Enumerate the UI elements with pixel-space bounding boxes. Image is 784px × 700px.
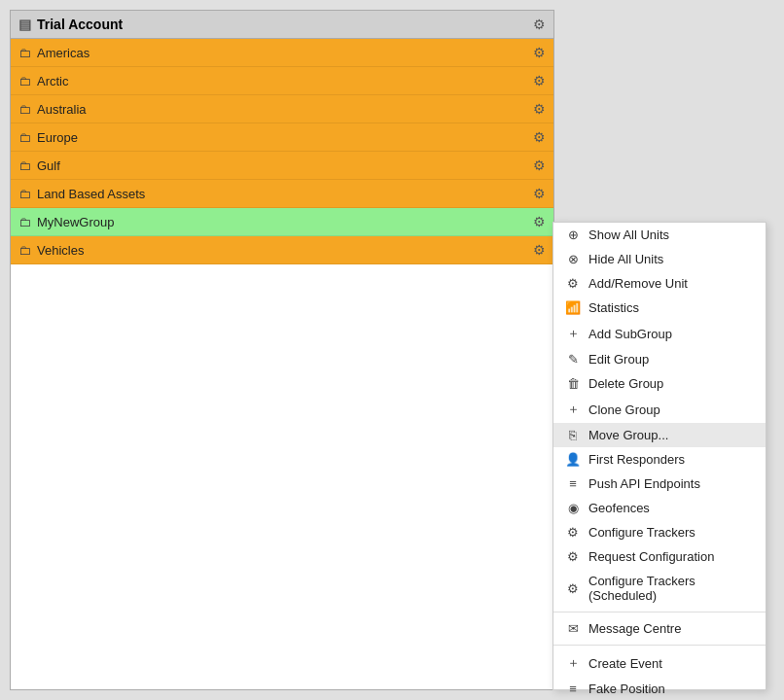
folder-icon: 🗀 (18, 158, 31, 173)
group-gear-icon[interactable]: ⚙ (533, 101, 546, 117)
menu-item-configure-trackers[interactable]: ⚙Configure Trackers (553, 520, 766, 544)
folder-icon: 🗀 (18, 130, 31, 145)
message-centre-icon: ✉ (565, 621, 581, 636)
group-item-left: 🗀Gulf (18, 158, 60, 173)
show-all-units-icon: ⊕ (565, 228, 581, 242)
group-name: Europe (37, 130, 78, 145)
group-item-left: 🗀Americas (18, 46, 89, 60)
geofences-label: Geofences (588, 501, 650, 515)
group-name: Australia (37, 102, 87, 117)
menu-item-request-configuration[interactable]: ⚙Request Configuration (553, 544, 766, 569)
group-name: Gulf (37, 158, 60, 173)
group-gear-icon[interactable]: ⚙ (533, 73, 546, 88)
menu-item-clone-group[interactable]: ＋Clone Group (553, 396, 766, 423)
group-item-left: 🗀Land Based Assets (18, 187, 145, 201)
group-item[interactable]: 🗀Land Based Assets⚙ (11, 180, 553, 208)
menu-item-message-centre[interactable]: ✉Message Centre (553, 616, 766, 641)
menu-item-hide-all-units[interactable]: ⊗Hide All Units (553, 247, 766, 271)
move-group-label: Move Group... (588, 428, 668, 442)
configure-trackers-scheduled-icon: ⚙ (565, 581, 581, 596)
create-event-label: Create Event (588, 656, 662, 671)
menu-item-push-api-endpoints[interactable]: ≡Push API Endpoints (553, 472, 766, 496)
create-event-icon: ＋ (565, 654, 581, 672)
group-gear-icon[interactable]: ⚙ (533, 242, 546, 258)
statistics-label: Statistics (588, 300, 639, 315)
folder-icon: 🗀 (18, 74, 31, 88)
geofences-icon: ◉ (565, 501, 581, 515)
group-name: MyNewGroup (37, 215, 114, 229)
panel-header-left: ▤ Trial Account (18, 17, 123, 32)
first-responders-label: First Responders (588, 452, 685, 467)
group-name: Vehicles (37, 243, 84, 258)
group-item-left: 🗀Europe (18, 130, 78, 145)
panel-title: Trial Account (37, 17, 123, 32)
request-configuration-label: Request Configuration (588, 549, 714, 564)
group-gear-icon[interactable]: ⚙ (533, 45, 546, 60)
context-menu: ⊕Show All Units⊗Hide All Units⚙Add/Remov… (552, 222, 766, 690)
group-gear-icon[interactable]: ⚙ (533, 129, 546, 145)
group-gear-icon[interactable]: ⚙ (533, 214, 546, 229)
group-item-left: 🗀Arctic (18, 74, 69, 88)
menu-item-geofences[interactable]: ◉Geofences (553, 496, 766, 520)
panel-gear-icon[interactable]: ⚙ (533, 17, 546, 32)
configure-trackers-scheduled-label: Configure Trackers (Scheduled) (588, 574, 754, 603)
group-item[interactable]: 🗀Europe⚙ (11, 123, 553, 152)
group-item-left: 🗀MyNewGroup (18, 215, 114, 229)
folder-icon: 🗀 (18, 187, 31, 201)
group-name: Land Based Assets (37, 187, 145, 201)
menu-item-create-event[interactable]: ＋Create Event (553, 649, 766, 677)
group-gear-icon[interactable]: ⚙ (533, 158, 546, 173)
menu-item-add-remove-unit[interactable]: ⚙Add/Remove Unit (553, 271, 766, 296)
fake-position-label: Fake Position (588, 682, 665, 696)
push-api-endpoints-label: Push API Endpoints (588, 476, 700, 491)
group-name: Americas (37, 46, 89, 60)
hide-all-units-label: Hide All Units (588, 252, 663, 266)
group-item[interactable]: 🗀Gulf⚙ (11, 152, 553, 180)
request-configuration-icon: ⚙ (565, 549, 581, 564)
menu-item-first-responders[interactable]: 👤First Responders (553, 447, 766, 472)
group-item-left: 🗀Vehicles (18, 243, 84, 258)
add-subgroup-label: Add SubGroup (588, 327, 672, 341)
push-api-endpoints-icon: ≡ (565, 476, 581, 491)
delete-group-label: Delete Group (588, 376, 663, 391)
group-name: Arctic (37, 74, 69, 88)
header-folder-icon: ▤ (18, 17, 31, 32)
first-responders-icon: 👤 (565, 452, 581, 467)
group-item-left: 🗀Australia (18, 102, 87, 117)
add-remove-unit-icon: ⚙ (565, 276, 581, 291)
group-item[interactable]: 🗀Australia⚙ (11, 95, 553, 123)
menu-item-fake-position[interactable]: ≡Fake Position (553, 677, 766, 700)
menu-item-show-all-units[interactable]: ⊕Show All Units (553, 223, 766, 247)
group-gear-icon[interactable]: ⚙ (533, 186, 546, 201)
folder-icon: 🗀 (18, 46, 31, 60)
configure-trackers-icon: ⚙ (565, 525, 581, 540)
menu-divider (553, 645, 766, 646)
menu-item-delete-group[interactable]: 🗑Delete Group (553, 371, 766, 396)
statistics-icon: 📶 (565, 300, 581, 315)
edit-group-icon: ✎ (565, 352, 581, 367)
clone-group-label: Clone Group (588, 402, 660, 417)
group-item[interactable]: 🗀Americas⚙ (11, 39, 553, 67)
edit-group-label: Edit Group (588, 352, 649, 367)
menu-item-add-subgroup[interactable]: ＋Add SubGroup (553, 320, 766, 347)
group-item[interactable]: 🗀Arctic⚙ (11, 67, 553, 95)
panel-header: ▤ Trial Account ⚙ (11, 11, 553, 39)
folder-icon: 🗀 (18, 102, 31, 117)
menu-divider (553, 612, 766, 612)
show-all-units-label: Show All Units (588, 228, 669, 242)
menu-item-configure-trackers-scheduled[interactable]: ⚙Configure Trackers (Scheduled) (553, 569, 766, 608)
menu-items-container: ⊕Show All Units⊗Hide All Units⚙Add/Remov… (553, 223, 766, 700)
fake-position-icon: ≡ (565, 682, 581, 696)
move-group-icon: ⎘ (565, 428, 581, 442)
groups-list: 🗀Americas⚙🗀Arctic⚙🗀Australia⚙🗀Europe⚙🗀Gu… (11, 39, 553, 264)
add-remove-unit-label: Add/Remove Unit (588, 276, 688, 291)
menu-item-edit-group[interactable]: ✎Edit Group (553, 347, 766, 371)
menu-item-move-group[interactable]: ⎘Move Group... (553, 423, 766, 447)
message-centre-label: Message Centre (588, 621, 681, 636)
configure-trackers-label: Configure Trackers (588, 525, 695, 540)
group-item[interactable]: 🗀MyNewGroup⚙ (11, 208, 553, 236)
menu-item-statistics[interactable]: 📶Statistics (553, 296, 766, 320)
group-item[interactable]: 🗀Vehicles⚙ (11, 236, 553, 264)
add-subgroup-icon: ＋ (565, 325, 581, 342)
folder-icon: 🗀 (18, 243, 31, 258)
